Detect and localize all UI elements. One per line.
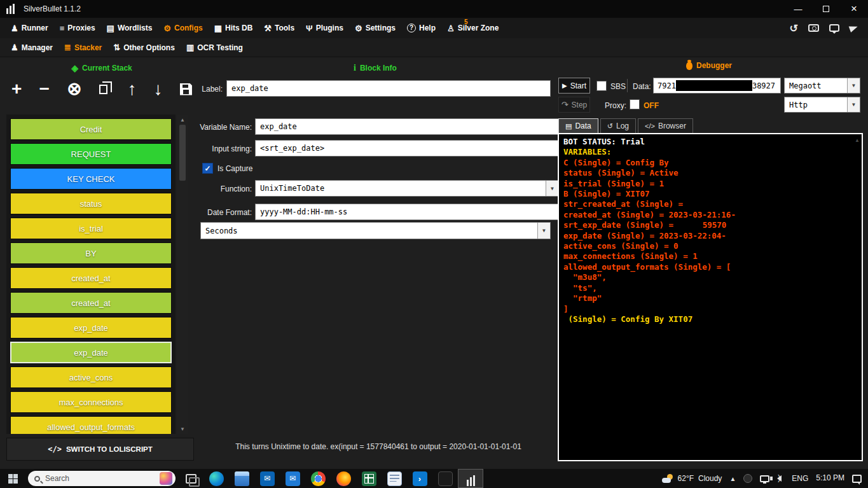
stack-block-request[interactable]: REQUEST xyxy=(10,143,172,165)
close-button[interactable]: × xyxy=(840,0,868,18)
vscode-icon[interactable]: › xyxy=(407,469,432,488)
step-button[interactable]: ↷ Step xyxy=(558,97,590,113)
stack-block-created-at[interactable]: created_at xyxy=(10,292,172,314)
log-tab-icon: ↺ xyxy=(607,122,613,130)
history-icon[interactable] xyxy=(790,22,798,34)
add-block-button[interactable]: + xyxy=(11,80,22,98)
mail-icon: ✉ xyxy=(286,471,300,486)
silverbullet-taskbar-icon[interactable] xyxy=(458,469,483,488)
subnav-item-ocr-testing[interactable]: ▥OCR Testing xyxy=(181,38,249,57)
disable-block-button[interactable]: ⊗ xyxy=(67,80,81,98)
input-string-input[interactable]: <srt_exp_date> xyxy=(255,140,559,157)
language-indicator[interactable]: ENG xyxy=(792,474,808,483)
chevron-down-icon[interactable]: ▼ xyxy=(847,97,860,112)
console-text: BOT STATUS: Trial xyxy=(563,137,645,146)
notifications-icon[interactable] xyxy=(852,475,862,483)
menu-item-plugins[interactable]: ΨPlugins xyxy=(300,18,349,38)
config-dropdown[interactable]: Megaott ▼ xyxy=(784,78,860,94)
menu-item-runner[interactable]: ♟Runner xyxy=(5,18,54,38)
maximize-button[interactable] xyxy=(812,0,840,18)
date-format-input[interactable]: yyyy-MM-dd:HH-mm-ss xyxy=(255,204,559,220)
stack-scrollbar[interactable]: ▲ ▼ xyxy=(177,115,188,434)
proxy-checkbox[interactable] xyxy=(630,99,640,109)
variable-name-input[interactable]: exp_date xyxy=(255,118,559,135)
function-dropdown[interactable]: UnixTimeToDate ▼ xyxy=(255,180,559,197)
time-unit-dropdown[interactable]: Seconds ▼ xyxy=(200,222,551,239)
move-block-up-button-icon: ↑ xyxy=(128,80,137,98)
start-button-windows[interactable] xyxy=(0,469,25,488)
chevron-down-icon[interactable]: ▼ xyxy=(546,181,558,196)
silverbullet-taskbar-icon xyxy=(464,471,478,486)
subnav-item-other-options[interactable]: ⇅Other Options xyxy=(107,38,181,57)
edge-icon[interactable] xyxy=(203,469,229,488)
display-icon[interactable] xyxy=(760,475,769,482)
telegram-icon[interactable] xyxy=(850,25,858,31)
delete-block-button[interactable]: − xyxy=(39,80,49,98)
stack-block-is-trial[interactable]: is_trial xyxy=(10,218,172,239)
block-label: allowed_output_formats xyxy=(47,422,135,432)
mail-icon[interactable]: ✉ xyxy=(280,469,305,488)
console-text: created_at (Single) = 2023-03-21:16- xyxy=(563,210,736,220)
switch-to-loliscript-button[interactable]: </> SWITCH TO LOLISCRIPT xyxy=(6,438,194,461)
chevron-down-icon[interactable]: ▼ xyxy=(847,78,860,93)
label-input[interactable]: exp_date xyxy=(226,80,551,97)
stack-block-allowed-output-formats[interactable]: allowed_output_formats xyxy=(10,416,172,434)
proxy-status: OFF xyxy=(644,101,659,110)
duplicate-block-button[interactable] xyxy=(99,85,111,94)
delete-block-button-icon: − xyxy=(39,80,49,98)
minimize-button[interactable]: — xyxy=(784,0,812,18)
stack-block-active-cons[interactable]: active_cons xyxy=(10,366,172,388)
console-scrollbar[interactable]: ▲ xyxy=(853,135,861,459)
notepad-icon[interactable] xyxy=(382,469,407,488)
menu-item-help[interactable]: ?Help xyxy=(401,18,441,38)
chat-icon[interactable] xyxy=(829,24,839,32)
task-view-button[interactable] xyxy=(178,469,203,488)
browser-tab-icon: </> xyxy=(645,122,655,130)
weather-temp: 62°F xyxy=(678,474,694,483)
firefox-icon[interactable] xyxy=(331,469,356,488)
sbs-checkbox[interactable] xyxy=(596,81,607,91)
tab-log[interactable]: ↺Log xyxy=(600,118,636,133)
data-input[interactable]: 792138927 xyxy=(653,78,781,94)
tray-app-icon[interactable] xyxy=(743,474,752,483)
menu-item-proxies[interactable]: ≡Proxies xyxy=(54,18,101,38)
stack-block-exp-date[interactable]: exp_date xyxy=(10,342,172,363)
volume-icon[interactable] xyxy=(777,475,782,482)
stack-block-created-at[interactable]: created_at xyxy=(10,267,172,289)
move-block-up-button[interactable]: ↑ xyxy=(128,80,137,98)
chevron-down-icon[interactable]: ▼ xyxy=(537,223,550,239)
menu-item-hits-db[interactable]: ▦Hits DB xyxy=(209,18,259,38)
stack-block-max-connections[interactable]: max_connections xyxy=(10,391,172,413)
stack-block-status[interactable]: status xyxy=(10,193,172,214)
start-button[interactable]: ▶ Start xyxy=(558,78,590,94)
chrome-icon[interactable] xyxy=(305,469,331,488)
proxy-type-dropdown[interactable]: Http ▼ xyxy=(784,97,860,113)
menu-item-settings[interactable]: ⚙Settings xyxy=(349,18,401,38)
stack-block-exp-date[interactable]: exp_date xyxy=(10,317,172,338)
subnav-item-stacker[interactable]: ≣Stacker xyxy=(59,38,107,57)
menu-item-configs[interactable]: ⚙Configs xyxy=(158,18,208,38)
tab-browser[interactable]: </>Browser xyxy=(638,118,693,133)
menu-item-tools[interactable]: ⚒Tools xyxy=(258,18,300,38)
stack-block-by[interactable]: BY xyxy=(10,242,172,264)
file-explorer-icon[interactable] xyxy=(229,469,254,488)
console-line: exp_date (Single) = 2023-03-22:04- xyxy=(563,231,857,241)
console-output[interactable]: BOT STATUS: TrialVARIABLES:C (Single) = … xyxy=(558,133,863,461)
terminal-icon[interactable] xyxy=(432,469,458,488)
menu-item-silver-zone[interactable]: 5♙Silver Zone xyxy=(441,18,504,38)
block-label: exp_date xyxy=(74,323,108,333)
tray-chevron-up-icon[interactable]: ▲ xyxy=(729,475,736,482)
outlook-icon[interactable]: ✉ xyxy=(254,469,280,488)
stack-block-credit[interactable]: Credit xyxy=(10,118,172,140)
screenshot-icon[interactable] xyxy=(808,24,819,32)
subnav-item-manager[interactable]: ♟Manager xyxy=(5,38,59,57)
weather-widget[interactable]: 62°F Cloudy xyxy=(662,474,722,483)
stack-block-key-check[interactable]: KEY CHECK xyxy=(10,168,172,190)
tab-data[interactable]: ▤Data xyxy=(558,118,598,133)
menu-item-wordlists[interactable]: ▤Wordlists xyxy=(101,18,158,38)
taskbar-search[interactable]: Search xyxy=(28,471,176,486)
is-capture-checkbox[interactable] xyxy=(202,163,213,174)
excel-icon[interactable] xyxy=(356,469,382,488)
clock[interactable]: 5:10 PM xyxy=(816,474,844,482)
scroll-down-icon[interactable]: ▼ xyxy=(180,424,185,434)
